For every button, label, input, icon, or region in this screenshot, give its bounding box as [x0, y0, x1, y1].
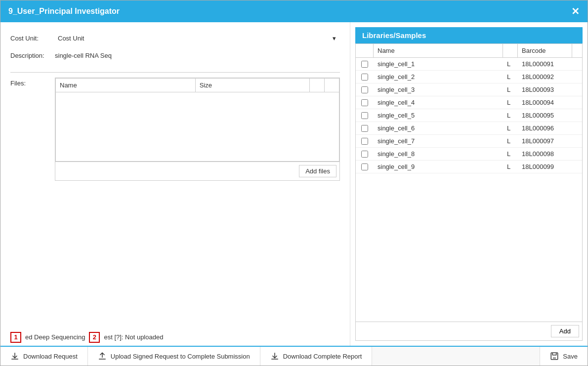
- cost-unit-select[interactable]: Cost Unit ▾: [55, 32, 340, 44]
- description-label: Description:: [10, 52, 55, 59]
- add-files-button[interactable]: Add files: [299, 165, 336, 177]
- library-barcode: 18L000099: [518, 161, 572, 173]
- files-label: Files:: [10, 78, 55, 87]
- files-col-size: Size: [195, 79, 309, 92]
- library-row: single_cell_8 L 18L000098: [356, 148, 582, 161]
- libraries-header: Libraries/Samples: [355, 27, 583, 43]
- divider: [10, 72, 340, 73]
- library-barcode: 18L000098: [518, 148, 572, 160]
- tab-indicator-1[interactable]: 1: [10, 332, 21, 343]
- upload-status-area: 1 ed Deep Sequencing 2 est [?]: Not uplo…: [10, 328, 340, 346]
- library-checkbox[interactable]: [356, 122, 374, 134]
- library-barcode: 18L000091: [518, 58, 572, 70]
- save-button[interactable]: Save: [540, 347, 588, 366]
- library-name: single_cell_5: [374, 109, 503, 122]
- col-name-header: Name: [374, 44, 503, 57]
- download-complete-icon: [270, 352, 279, 361]
- files-footer: Add files: [55, 162, 340, 181]
- modal-title: 9_User_Principal Investigator: [8, 7, 120, 16]
- save-icon: [550, 352, 559, 361]
- library-type: L: [503, 83, 518, 96]
- right-panel: Libraries/Samples Name Barcode single_ce…: [350, 22, 588, 346]
- library-name: single_cell_8: [374, 148, 503, 160]
- files-col-extra2: [325, 79, 339, 92]
- download-complete-label: Download Complete Report: [283, 353, 362, 360]
- library-checkbox[interactable]: [356, 110, 374, 122]
- files-table: Name Size: [55, 78, 339, 92]
- library-row: single_cell_1 L 18L000091: [356, 58, 582, 71]
- library-type: L: [503, 161, 518, 173]
- library-checkbox[interactable]: [356, 84, 374, 96]
- library-name: single_cell_9: [374, 161, 503, 173]
- library-type: L: [503, 135, 518, 147]
- library-name: single_cell_6: [374, 122, 503, 134]
- libraries-title: Libraries/Samples: [362, 31, 426, 40]
- library-extra: [572, 87, 582, 92]
- library-extra: [572, 75, 582, 80]
- files-col-name: Name: [56, 79, 196, 92]
- upload-suffix: est [?]: Not uploaded: [104, 330, 163, 344]
- library-row: single_cell_6 L 18L000096: [356, 122, 582, 135]
- library-row: single_cell_4 L 18L000094: [356, 96, 582, 109]
- library-checkbox[interactable]: [356, 135, 374, 147]
- download-complete-button[interactable]: Download Complete Report: [260, 347, 373, 366]
- library-checkbox[interactable]: [356, 58, 374, 70]
- col-type-header: [503, 44, 518, 57]
- library-type: L: [503, 71, 518, 83]
- library-extra: [572, 164, 582, 169]
- library-extra: [572, 152, 582, 157]
- library-checkbox[interactable]: [356, 97, 374, 109]
- description-value: single-cell RNA Seq: [55, 52, 340, 59]
- col-scroll-header: [572, 44, 582, 57]
- library-extra: [572, 139, 582, 144]
- library-row: single_cell_9 L 18L000099: [356, 161, 582, 173]
- files-empty-area: [55, 92, 339, 162]
- library-name: single_cell_7: [374, 135, 503, 147]
- svg-rect-0: [551, 353, 558, 360]
- upload-text: ed Deep Sequencing: [25, 330, 85, 344]
- library-checkbox[interactable]: [356, 71, 374, 83]
- library-barcode: 18L000095: [518, 109, 572, 122]
- library-type: L: [503, 148, 518, 160]
- files-row: Files: Name Size: [10, 78, 340, 328]
- upload-signed-label: Upload Signed Request to Complete Submis…: [111, 353, 250, 360]
- library-type: L: [503, 109, 518, 122]
- library-row: single_cell_5 L 18L000095: [356, 109, 582, 122]
- files-content: Name Size Add files: [55, 78, 340, 181]
- libraries-footer: Add: [356, 322, 582, 340]
- download-request-button[interactable]: Download Request: [0, 347, 88, 366]
- library-type: L: [503, 96, 518, 109]
- col-barcode-header: Barcode: [518, 44, 572, 57]
- add-sample-button[interactable]: Add: [551, 325, 579, 337]
- library-checkbox[interactable]: [356, 148, 374, 160]
- modal-footer: Download Request Upload Signed Request t…: [0, 346, 588, 366]
- close-icon[interactable]: ✕: [571, 5, 580, 17]
- library-barcode: 18L000097: [518, 135, 572, 147]
- description-row: Description: single-cell RNA Seq: [10, 52, 340, 59]
- save-label: Save: [563, 353, 578, 360]
- cost-unit-value: Cost Unit: [55, 33, 328, 44]
- download-request-label: Download Request: [23, 353, 78, 360]
- library-barcode: 18L000094: [518, 96, 572, 109]
- files-table-wrap: Name Size: [55, 78, 340, 162]
- cost-unit-row: Cost Unit: Cost Unit ▾: [10, 32, 340, 44]
- library-checkbox[interactable]: [356, 161, 374, 173]
- library-barcode: 18L000096: [518, 122, 572, 134]
- chevron-down-icon[interactable]: ▾: [328, 32, 340, 44]
- library-type: L: [503, 58, 518, 70]
- libraries-table: Name Barcode single_cell_1 L 18L000091 s…: [355, 43, 583, 341]
- tab-indicator-2[interactable]: 2: [89, 332, 100, 343]
- libraries-scroll[interactable]: single_cell_1 L 18L000091 single_cell_2 …: [356, 58, 582, 322]
- library-extra: [572, 126, 582, 131]
- library-row: single_cell_3 L 18L000093: [356, 83, 582, 96]
- files-col-extra1: [310, 79, 325, 92]
- upload-signed-button[interactable]: Upload Signed Request to Complete Submis…: [88, 347, 260, 366]
- cost-unit-label: Cost Unit:: [10, 35, 55, 42]
- library-name: single_cell_2: [374, 71, 503, 83]
- col-checkbox: [356, 44, 374, 57]
- library-name: single_cell_3: [374, 83, 503, 96]
- library-name: single_cell_4: [374, 96, 503, 109]
- modal: 9_User_Principal Investigator ✕ Cost Uni…: [0, 0, 588, 366]
- library-name: single_cell_1: [374, 58, 503, 70]
- modal-header: 9_User_Principal Investigator ✕: [0, 0, 588, 22]
